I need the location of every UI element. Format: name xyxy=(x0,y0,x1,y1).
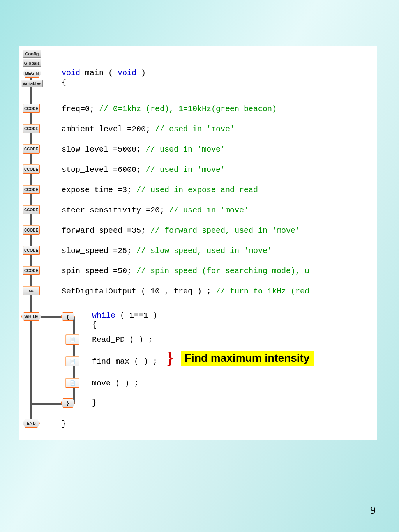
open-brace-glyph: { xyxy=(67,314,69,320)
code-stoplevel: stop_level =6000; // used in 'move' xyxy=(62,165,225,174)
user-function-block[interactable]: 📄 xyxy=(65,378,79,388)
code-sdo: SetDigitalOutput ( 10 , freq ) ; // turn… xyxy=(62,287,309,296)
txt-slowlevel: slow_level =5000; xyxy=(62,145,146,154)
callout-find-max: Find maximum intensity xyxy=(181,351,314,366)
user-function-block[interactable]: 📄 xyxy=(65,334,79,345)
code-freq: freq=0; // 0=1khz (red), 1=10kHz(green b… xyxy=(62,104,277,113)
ccode-label: CCODE xyxy=(24,248,38,253)
end-label: END xyxy=(26,421,35,426)
ccode-block[interactable]: CCODE xyxy=(23,246,40,255)
cm-slowspeed: // slow speed, used in 'move' xyxy=(136,246,272,255)
code-move: move ( ) ; xyxy=(92,379,139,388)
txt-freq: freq=0; xyxy=(62,104,99,113)
txt-while-cond: ( 1==1 ) xyxy=(115,311,157,320)
ccode-label: CCODE xyxy=(24,127,38,131)
cm-sdo: // turn to 1kHz (red xyxy=(216,287,309,296)
cm-freq: // 0=1khz (red), 1=10kHz(green beacon) xyxy=(99,104,277,113)
code-close-brace: } xyxy=(62,419,66,428)
cm-slowlevel: // used in 'move' xyxy=(146,145,225,154)
ccode-label: CCODE xyxy=(24,187,38,192)
code-while-open: { xyxy=(92,320,97,329)
code-steer: steer_sensitivity =20; // used in 'move' xyxy=(62,206,249,215)
cm-spin: // spin speed (for searching mode), u xyxy=(136,267,309,276)
cm-expose: // used in expose_and_read xyxy=(136,186,258,194)
config-label: Config xyxy=(25,51,39,56)
close-brace-block[interactable]: } xyxy=(61,398,75,408)
ccode-label: CCODE xyxy=(24,167,38,171)
open-brace-block[interactable]: { xyxy=(61,312,75,321)
while-label: WHILE xyxy=(24,314,38,319)
code-fwd: forward_speed =35; // forward speed, use… xyxy=(62,226,300,235)
ccode-block[interactable]: CCODE xyxy=(23,205,40,214)
variables-button[interactable]: Variables xyxy=(21,80,43,87)
ccode-label: CCODE xyxy=(24,208,38,212)
end-block[interactable]: END xyxy=(23,419,40,428)
code-findmax: find_max ( ) ; xyxy=(92,357,157,366)
kw-void2: void xyxy=(118,69,136,78)
user-function-block[interactable]: 📄 xyxy=(65,356,79,366)
flow-line-vertical xyxy=(30,69,32,420)
config-button[interactable]: Config xyxy=(23,50,41,58)
ccode-label: CCODE xyxy=(24,147,38,151)
code-readpd: Read_PD ( ) ; xyxy=(92,335,153,344)
cm-steer: // used in 'move' xyxy=(169,206,249,215)
txt-main-end: ) xyxy=(136,69,146,78)
code-open-brace: { xyxy=(62,78,66,87)
txt-ambient: ambient_level =200; xyxy=(62,125,155,134)
cm-fwd: // forward speed, used in 'move' xyxy=(150,226,300,235)
variables-label: Variables xyxy=(23,81,41,86)
ccode-block[interactable]: CCODE xyxy=(23,164,40,174)
ccode-block[interactable]: CCODE xyxy=(23,266,40,275)
ccode-block[interactable]: CCODE xyxy=(23,225,40,235)
bracket-icon: } xyxy=(167,348,173,368)
ccode-label: CCODE xyxy=(24,228,38,232)
begin-label: BEGIN xyxy=(25,71,39,76)
close-brace-glyph: } xyxy=(67,400,69,406)
kw-while: while xyxy=(92,311,115,320)
txt-fwd: forward_speed =35; xyxy=(62,226,150,235)
code-editor: Config Globals BEGIN Variables CCODE CCO… xyxy=(19,46,377,440)
ccode-block[interactable]: CCODE xyxy=(23,104,40,113)
code-expose: expose_time =3; // used in expose_and_re… xyxy=(62,186,258,194)
ccode-block[interactable]: CCODE xyxy=(23,185,40,194)
ccode-label: CCODE xyxy=(24,106,38,111)
code-line-main: void main ( void ) xyxy=(62,69,146,78)
ccode-block[interactable]: CCODE xyxy=(23,124,40,133)
ccode-block[interactable]: CCODE xyxy=(23,144,40,154)
txt-slowspeed: slow_speed =25; xyxy=(62,246,136,255)
code-while: while ( 1==1 ) xyxy=(92,311,157,320)
code-ambient: ambient_level =200; // esed in 'move' xyxy=(62,125,235,134)
globals-button[interactable]: Globals xyxy=(23,59,41,67)
slide-page: Config Globals BEGIN Variables CCODE CCO… xyxy=(0,0,399,532)
globals-label: Globals xyxy=(24,61,40,65)
txt-main-mid: main ( xyxy=(80,69,118,78)
code-slowspeed: slow_speed =25; // slow speed, used in '… xyxy=(62,246,272,255)
digital-output-block[interactable]: ⎋⎌ xyxy=(23,286,40,295)
txt-expose: expose_time =3; xyxy=(62,186,136,194)
txt-spin: spin_speed =50; xyxy=(62,267,136,276)
cm-ambient: // esed in 'move' xyxy=(155,125,235,134)
code-spin: spin_speed =50; // spin speed (for searc… xyxy=(62,267,309,276)
code-slowlevel: slow_level =5000; // used in 'move' xyxy=(62,145,225,154)
kw-void: void xyxy=(62,69,80,78)
txt-stoplevel: stop_level =6000; xyxy=(62,165,146,174)
txt-steer: steer_sensitivity =20; xyxy=(62,206,169,215)
begin-block[interactable]: BEGIN xyxy=(23,69,41,78)
txt-sdo: SetDigitalOutput ( 10 , freq ) ; xyxy=(62,287,216,296)
while-block[interactable]: WHILE xyxy=(21,312,41,321)
callout-text: Find maximum intensity xyxy=(185,352,310,364)
code-while-close: } xyxy=(92,398,97,407)
cm-stoplevel: // used in 'move' xyxy=(146,165,225,174)
page-number: 9 xyxy=(370,504,376,516)
ccode-label: CCODE xyxy=(24,269,38,273)
